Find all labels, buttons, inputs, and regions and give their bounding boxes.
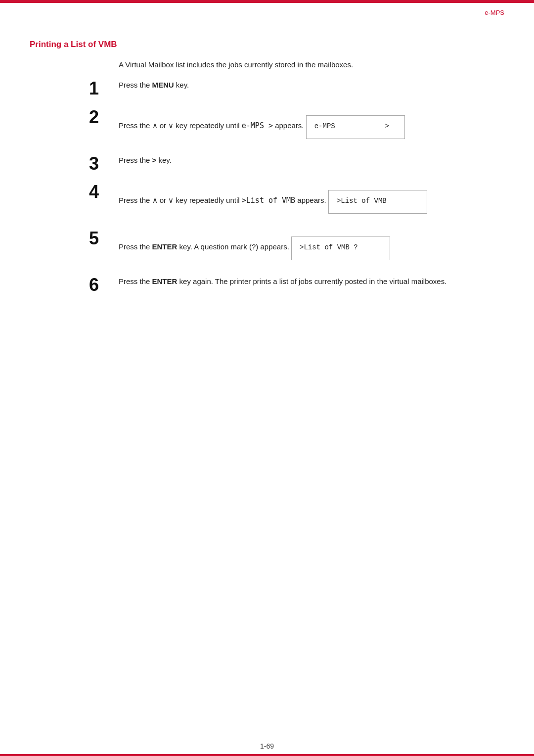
step-content-5: Press the ENTER key. A question mark (?)… <box>119 229 390 266</box>
step6-bold: ENTER <box>152 277 178 285</box>
bottom-bar <box>0 754 534 756</box>
step1-bold: MENU <box>152 81 174 89</box>
header-text: e-MPS <box>485 9 504 16</box>
step4-display: >List of VMB <box>328 190 427 214</box>
step-content-1: Press the MENU key. <box>119 79 504 89</box>
step-number-3: 3 <box>59 154 99 174</box>
page-number: 1-69 <box>260 742 274 750</box>
header-label: e-MPS <box>485 9 504 16</box>
step-6: 6 Press the ENTER key again. The printer… <box>30 275 504 295</box>
step-3: 3 Press the > key. <box>30 154 504 174</box>
step-2: 2 Press the ∧ or ∨ key repeatedly until … <box>30 107 504 145</box>
step2-display: e-MPS > <box>306 115 405 139</box>
content-area: Printing a List of VMB A Virtual Mailbox… <box>30 30 504 726</box>
top-bar <box>0 0 534 3</box>
section-title: Printing a List of VMB <box>30 40 504 49</box>
steps-container: 1 Press the MENU key. 2 Press the ∧ or ∨… <box>30 79 504 295</box>
step5-display: >List of VMB ? <box>291 236 390 260</box>
step-content-6: Press the ENTER key again. The printer p… <box>119 275 504 285</box>
step-number-6: 6 <box>59 275 99 295</box>
step2-code: e-MPS > <box>242 121 273 130</box>
step-1: 1 Press the MENU key. <box>30 79 504 98</box>
step-5: 5 Press the ENTER key. A question mark (… <box>30 229 504 266</box>
step-number-4: 4 <box>59 182 99 202</box>
step-number-5: 5 <box>59 229 99 248</box>
step4-code: >List of VMB <box>242 196 295 205</box>
step-content-3: Press the > key. <box>119 154 504 164</box>
step-number-2: 2 <box>59 107 99 127</box>
step5-bold: ENTER <box>152 242 178 251</box>
step-content-4: Press the ∧ or ∨ key repeatedly until >L… <box>119 182 427 220</box>
step3-bold: > <box>152 156 157 164</box>
intro-text: A Virtual Mailbox list includes the jobs… <box>119 60 504 69</box>
step-4: 4 Press the ∧ or ∨ key repeatedly until … <box>30 182 504 220</box>
step-content-2: Press the ∧ or ∨ key repeatedly until e-… <box>119 107 405 145</box>
step-number-1: 1 <box>59 79 99 98</box>
footer: 1-69 <box>0 742 534 750</box>
